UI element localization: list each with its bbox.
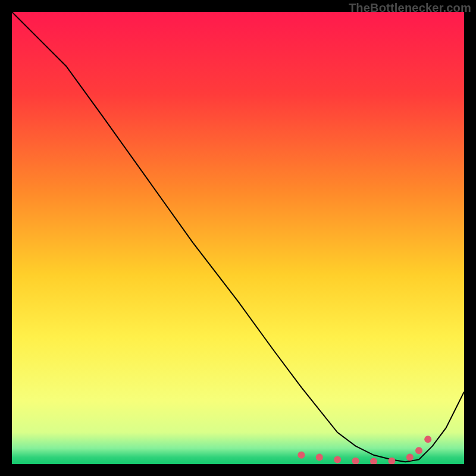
chart-svg (12, 12, 464, 464)
curve-marker (334, 456, 341, 463)
plot-area (12, 12, 464, 464)
gradient-background (12, 12, 464, 464)
curve-marker (316, 454, 323, 461)
chart-stage: TheBottlenecker.com (0, 0, 476, 476)
curve-marker (298, 452, 305, 459)
curve-marker (424, 436, 431, 443)
curve-marker (415, 447, 422, 454)
curve-marker (406, 454, 414, 461)
